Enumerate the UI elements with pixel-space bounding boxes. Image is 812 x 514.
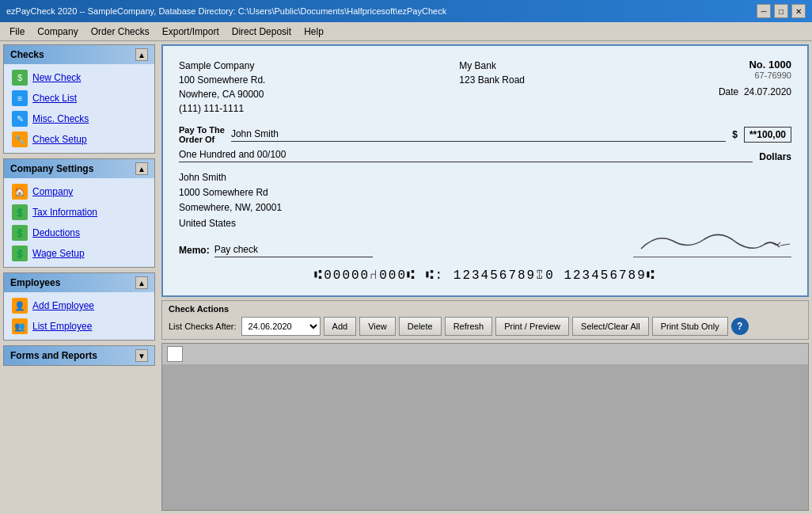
list-checks-after-select[interactable]: 24.06.2020 <box>241 317 321 336</box>
pay-to-line: Pay To TheOrder Of John Smith $ **100,00 <box>179 125 791 144</box>
menu-file[interactable]: File <box>3 25 31 39</box>
payee-name-addr: John Smith <box>179 170 373 185</box>
signature-svg <box>633 225 791 257</box>
list-employee-link[interactable]: List Employee <box>32 321 92 332</box>
close-button[interactable]: ✕ <box>791 4 806 18</box>
view-button[interactable]: View <box>359 317 396 336</box>
menu-export-import[interactable]: Export/Import <box>156 25 226 39</box>
sidebar-item-company[interactable]: 🏠 Company <box>10 181 148 202</box>
title-bar-text: ezPayCheck 2020 -- SampleCompany, Databa… <box>6 6 446 16</box>
memo-label: Memo: <box>179 245 210 256</box>
check-list-header <box>162 344 808 364</box>
payee-address: John Smith 1000 Somewhere Rd Somewhere, … <box>179 170 373 231</box>
sidebar-item-misc-checks[interactable]: ✎ Misc. Checks <box>10 109 148 129</box>
collapse-forms-reports-button[interactable]: ▼ <box>135 349 148 362</box>
sidebar-item-check-list[interactable]: ≡ Check List <box>10 88 148 109</box>
sidebar: Checks ▲ $ New Check ≡ Check List ✎ Misc… <box>0 41 158 514</box>
memo-content: Pay check <box>214 244 373 257</box>
dollar-sign: $ <box>732 129 738 140</box>
content-area: Sample Company 100 Somewhere Rd. Nowhere… <box>158 41 812 514</box>
check-actions-row: List Checks After: 24.06.2020 Add View D… <box>169 317 802 336</box>
payee-country: United States <box>179 216 373 231</box>
sidebar-item-add-employee[interactable]: 👤 Add Employee <box>10 295 148 316</box>
wage-setup-icon: 💲 <box>12 246 28 261</box>
check-actions-label: Check Actions <box>169 304 802 314</box>
check-actions: Check Actions List Checks After: 24.06.2… <box>161 300 809 340</box>
sidebar-section-forms-reports-label: Forms and Reports <box>10 350 97 361</box>
misc-checks-icon: ✎ <box>12 111 28 127</box>
maximize-button[interactable]: □ <box>774 4 788 18</box>
list-checks-after-label: List Checks After: <box>169 322 237 331</box>
menu-help[interactable]: Help <box>298 25 330 39</box>
add-employee-link[interactable]: Add Employee <box>32 300 94 311</box>
deductions-link[interactable]: Deductions <box>32 227 80 238</box>
sidebar-item-tax-information[interactable]: 💲 Tax Information <box>10 202 148 223</box>
bank-info: My Bank 123 Bank Road <box>459 59 525 116</box>
menu-direct-deposit[interactable]: Direct Deposit <box>226 25 298 39</box>
collapse-company-settings-button[interactable]: ▲ <box>135 162 148 175</box>
routing-number: 67-76990 <box>719 70 791 80</box>
select-clear-all-button[interactable]: Select/Clear All <box>572 317 649 336</box>
check-setup-link[interactable]: Check Setup <box>32 134 87 145</box>
company-address: Sample Company 100 Somewhere Rd. Nowhere… <box>179 59 265 116</box>
collapse-employees-button[interactable]: ▲ <box>135 276 148 289</box>
company-name: Sample Company <box>179 59 265 73</box>
minimize-button[interactable]: ─ <box>757 4 771 18</box>
payee-address-block: John Smith 1000 Somewhere Rd Somewhere, … <box>179 170 373 257</box>
tax-information-link[interactable]: Tax Information <box>32 207 97 218</box>
sidebar-item-check-setup[interactable]: 🔧 Check Setup <box>10 129 148 150</box>
signature-line <box>633 226 791 257</box>
company-icon: 🏠 <box>12 184 28 200</box>
memo-line: Memo: Pay check <box>179 244 373 257</box>
title-bar-buttons: ─ □ ✕ <box>757 4 806 18</box>
list-employee-icon: 👥 <box>12 318 28 334</box>
sidebar-section-company-settings: Company Settings ▲ 🏠 Company 💲 Tax Infor… <box>3 158 155 268</box>
check-setup-icon: 🔧 <box>12 131 28 147</box>
company-phone: (111) 111-1111 <box>179 101 265 116</box>
amount-words-line: One Hundred and 00/100 Dollars <box>179 149 791 162</box>
check-middle: John Smith 1000 Somewhere Rd Somewhere, … <box>179 170 791 257</box>
sidebar-item-wage-setup[interactable]: 💲 Wage Setup <box>10 243 148 264</box>
misc-checks-link[interactable]: Misc. Checks <box>32 113 89 124</box>
collapse-checks-button[interactable]: ▲ <box>135 48 148 61</box>
menu-company[interactable]: Company <box>31 25 84 39</box>
deductions-icon: 💲 <box>12 225 28 241</box>
print-stub-only-button[interactable]: Print Stub Only <box>652 317 728 336</box>
refresh-button[interactable]: Refresh <box>445 317 493 336</box>
signature-area <box>617 170 791 257</box>
sidebar-section-employees-header: Employees ▲ <box>4 273 154 292</box>
help-button[interactable]: ? <box>731 318 749 335</box>
check-list-area <box>161 343 809 511</box>
check-date: Date 24.07.2020 <box>719 86 791 97</box>
check-number-area: No. 1000 67-76990 Date 24.07.2020 <box>719 59 791 116</box>
sidebar-section-company-settings-header: Company Settings ▲ <box>4 159 154 178</box>
check-no-value: 1000 <box>768 59 791 70</box>
sidebar-section-employees-label: Employees <box>10 277 60 288</box>
dollars-label: Dollars <box>759 151 791 162</box>
sidebar-item-deductions[interactable]: 💲 Deductions <box>10 223 148 243</box>
sidebar-section-checks-header: Checks ▲ <box>4 45 154 64</box>
company-link[interactable]: Company <box>32 186 73 197</box>
print-preview-button[interactable]: Print / Preview <box>495 317 569 336</box>
add-button[interactable]: Add <box>324 317 357 336</box>
wage-setup-link[interactable]: Wage Setup <box>32 248 85 259</box>
new-check-link[interactable]: New Check <box>32 72 81 83</box>
sidebar-section-company-settings-body: 🏠 Company 💲 Tax Information 💲 Deductions… <box>4 178 154 267</box>
sidebar-section-checks-body: $ New Check ≡ Check List ✎ Misc. Checks … <box>4 64 154 153</box>
sidebar-section-checks: Checks ▲ $ New Check ≡ Check List ✎ Misc… <box>3 44 155 154</box>
check-row-checkbox[interactable] <box>167 346 183 362</box>
check-list-link[interactable]: Check List <box>32 93 77 104</box>
date-value: 24.07.2020 <box>744 86 791 97</box>
sidebar-item-new-check[interactable]: $ New Check <box>10 67 148 88</box>
menu-order-checks[interactable]: Order Checks <box>85 25 156 39</box>
check-top: Sample Company 100 Somewhere Rd. Nowhere… <box>179 59 791 116</box>
check-display: Sample Company 100 Somewhere Rd. Nowhere… <box>161 44 809 297</box>
bank-address: 123 Bank Road <box>459 73 525 87</box>
sidebar-section-forms-reports: Forms and Reports ▼ <box>3 345 155 366</box>
sidebar-section-company-settings-label: Company Settings <box>10 163 93 174</box>
date-label: Date <box>719 86 738 97</box>
sidebar-section-employees: Employees ▲ 👤 Add Employee 👥 List Employ… <box>3 272 155 341</box>
menu-bar: File Company Order Checks Export/Import … <box>0 22 812 41</box>
sidebar-item-list-employee[interactable]: 👥 List Employee <box>10 316 148 337</box>
delete-button[interactable]: Delete <box>399 317 442 336</box>
